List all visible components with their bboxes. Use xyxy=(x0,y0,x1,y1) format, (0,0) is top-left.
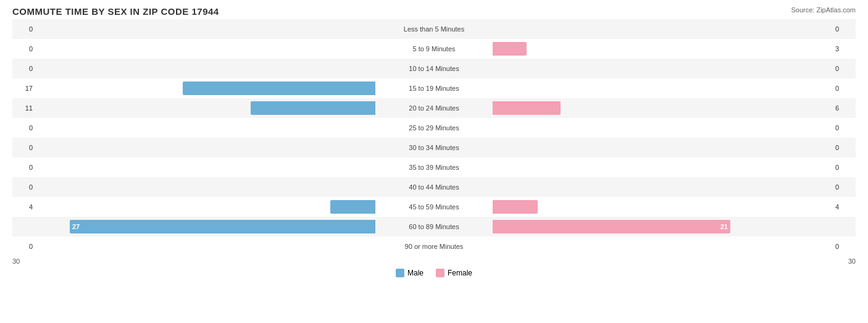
left-value: 0 xyxy=(12,65,36,72)
left-bars xyxy=(36,138,375,157)
center-label: 35 to 39 Minutes xyxy=(375,164,493,171)
chart-row: 4 45 to 59 Minutes 4 xyxy=(12,197,856,217)
right-value: 6 xyxy=(832,104,856,112)
right-bars xyxy=(493,59,832,78)
right-value: 0 xyxy=(832,183,856,191)
center-label: 90 or more Minutes xyxy=(375,243,493,250)
left-value: 4 xyxy=(12,203,36,211)
right-value: 0 xyxy=(832,124,856,132)
male-label: Male xyxy=(407,269,424,277)
right-bars xyxy=(493,177,832,197)
left-value: 11 xyxy=(12,104,36,112)
left-bars xyxy=(36,237,375,256)
axis-right: 30 xyxy=(848,258,856,265)
female-bar xyxy=(493,101,561,115)
chart-title: COMMUTE TIME BY SEX IN ZIP CODE 17944 xyxy=(12,6,856,17)
male-inline-label: 27 xyxy=(70,223,82,230)
male-color-box xyxy=(396,269,404,277)
left-bars xyxy=(36,157,375,177)
left-bars xyxy=(36,78,375,98)
right-value: 3 xyxy=(832,45,856,52)
chart-row: 0 25 to 29 Minutes 0 xyxy=(12,118,856,138)
left-bars xyxy=(36,177,375,197)
right-value: 0 xyxy=(832,65,856,72)
left-bars: 27 xyxy=(36,217,375,237)
left-value: 0 xyxy=(12,144,36,151)
source-label: Source: ZipAtlas.com xyxy=(791,6,856,14)
left-value: 0 xyxy=(12,183,36,191)
left-bars xyxy=(36,19,375,39)
center-label: Less than 5 Minutes xyxy=(375,25,493,33)
chart-row: 0 Less than 5 Minutes 0 xyxy=(12,19,856,39)
chart-row: 11 20 to 24 Minutes 6 xyxy=(12,98,856,118)
left-value: 0 xyxy=(12,124,36,132)
female-label: Female xyxy=(448,269,472,277)
left-value: 0 xyxy=(12,45,36,52)
right-value: 4 xyxy=(832,203,856,211)
female-bar xyxy=(493,42,527,56)
chart-row: 0 30 to 34 Minutes 0 xyxy=(12,138,856,157)
left-value: 17 xyxy=(12,85,36,92)
left-bars xyxy=(36,98,375,118)
left-bars xyxy=(36,39,375,59)
right-value: 0 xyxy=(832,85,856,92)
chart-row: 0 90 or more Minutes 0 xyxy=(12,237,856,256)
right-bars xyxy=(493,138,832,157)
right-bars xyxy=(493,237,832,256)
right-value: 0 xyxy=(832,25,856,33)
legend-female: Female xyxy=(436,269,472,277)
center-label: 20 to 24 Minutes xyxy=(375,104,493,112)
female-inline-label: 21 xyxy=(718,223,730,230)
right-value: 0 xyxy=(832,144,856,151)
left-bars xyxy=(36,118,375,138)
female-bar: 21 xyxy=(493,220,730,233)
center-label: 5 to 9 Minutes xyxy=(375,45,493,52)
male-bar xyxy=(251,101,375,115)
chart-row: 0 10 to 14 Minutes 0 xyxy=(12,59,856,78)
right-bars xyxy=(493,197,832,217)
legend-male: Male xyxy=(396,269,424,277)
male-bar xyxy=(183,82,375,95)
male-bar xyxy=(330,200,375,214)
chart-row: 27 60 to 89 Minutes 21 xyxy=(12,217,856,237)
right-bars: 21 xyxy=(493,217,832,237)
right-value: 0 xyxy=(832,243,856,250)
right-value: 0 xyxy=(832,164,856,171)
center-label: 10 to 14 Minutes xyxy=(375,65,493,72)
center-label: 45 to 59 Minutes xyxy=(375,203,493,211)
chart-row: 0 5 to 9 Minutes 3 xyxy=(12,39,856,59)
center-label: 40 to 44 Minutes xyxy=(375,183,493,191)
right-bars xyxy=(493,78,832,98)
female-color-box xyxy=(436,269,444,277)
left-value: 0 xyxy=(12,243,36,250)
right-bars xyxy=(493,157,832,177)
right-bars xyxy=(493,39,832,59)
right-bars xyxy=(493,118,832,138)
left-value: 0 xyxy=(12,164,36,171)
right-bars xyxy=(493,98,832,118)
chart-row: 0 40 to 44 Minutes 0 xyxy=(12,177,856,197)
axis-left: 30 xyxy=(12,258,20,265)
chart-container: COMMUTE TIME BY SEX IN ZIP CODE 17944 So… xyxy=(0,0,868,323)
left-bars xyxy=(36,197,375,217)
chart-inner: 0 Less than 5 Minutes 0 0 5 to 9 M xyxy=(12,19,856,256)
center-label: 25 to 29 Minutes xyxy=(375,124,493,132)
chart-row: 17 15 to 19 Minutes 0 xyxy=(12,78,856,98)
left-bars xyxy=(36,59,375,78)
chart-legend: Male Female xyxy=(12,269,856,277)
center-label: 30 to 34 Minutes xyxy=(375,144,493,151)
chart-row: 0 35 to 39 Minutes 0 xyxy=(12,157,856,177)
left-value: 0 xyxy=(12,25,36,33)
male-bar: 27 xyxy=(70,220,375,233)
right-bars xyxy=(493,19,832,39)
center-label: 15 to 19 Minutes xyxy=(375,85,493,92)
center-label: 60 to 89 Minutes xyxy=(375,223,493,230)
female-bar xyxy=(493,200,538,214)
